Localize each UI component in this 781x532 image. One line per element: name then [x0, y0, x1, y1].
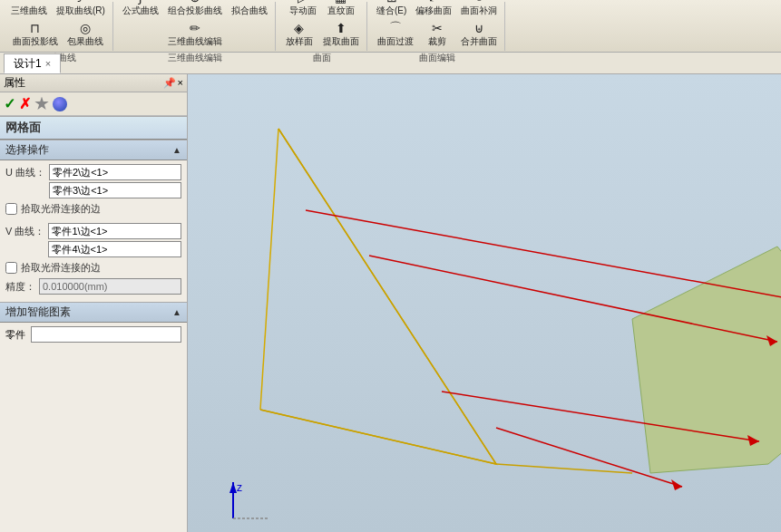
u-smooth-label: 拾取光滑连接的边 — [21, 202, 101, 216]
btn-3d-curve-edit[interactable]: ✏ 三维曲线编辑 — [164, 19, 226, 50]
btn-trim[interactable]: ✂ 裁剪 — [419, 19, 455, 50]
v-curve-label: V 曲线： — [5, 223, 44, 238]
select-chevron: ▲ — [172, 145, 181, 155]
precision-row: 精度： — [5, 278, 181, 295]
toolbar-row-6: ◈ 放样面 ⬆ 提取曲面 — [281, 19, 363, 50]
btn-envelope-curve[interactable]: ◎ 包果曲线 — [63, 19, 107, 50]
v-curve-input-1[interactable] — [48, 223, 181, 239]
envelope-curve-icon: ◎ — [76, 21, 94, 35]
toolbar-group-label-3: 曲面 — [313, 52, 331, 64]
u-curve-label: U 曲线： — [5, 164, 45, 179]
btn-stitch[interactable]: ⊞ 缝合(E) — [373, 0, 410, 19]
btn-guide-surface[interactable]: ▷ 导动面 — [285, 0, 321, 19]
select-operation-label: 选择操作 — [5, 142, 49, 158]
close-icon[interactable]: × — [178, 77, 183, 89]
select-operation-content: U 曲线： 拾取光滑连接的边 V 曲线： — [0, 160, 187, 302]
toolbar-row-7: ⊞ 缝合(E) ⤢ 偏移曲面 ○ 曲面补洞 — [373, 0, 501, 19]
viewport[interactable]: z CAXA 论坛 http://top.caxa.com/ — [188, 74, 781, 532]
tab-close[interactable]: × — [45, 58, 51, 69]
3d-curve-edit-icon: ✏ — [186, 21, 204, 35]
confirm-button[interactable]: ✓ — [4, 95, 15, 112]
toolbar-group-3d-curve-edit: ∫ 公式曲线 ⊕ 组合投影曲线 ≈ 拟合曲线 ✏ 三维曲线编辑 三维曲线编辑 — [115, 2, 276, 51]
u-smooth-checkbox[interactable] — [5, 203, 17, 215]
smart-section-header[interactable]: 增加智能图素 ▲ — [0, 302, 187, 323]
u-curve-input-1[interactable] — [49, 164, 181, 180]
btn-surface-blend[interactable]: ⌒ 曲面过渡 — [374, 19, 417, 50]
u-curve-inputs — [49, 164, 181, 198]
toolbar-row-1: 〰 三维曲线 ⤴ 提取曲线(R) — [7, 0, 109, 19]
btn-extract-surface[interactable]: ⬆ 提取曲面 — [319, 19, 363, 50]
v-smooth-checkbox[interactable] — [5, 262, 17, 274]
viewport-svg: z CAXA 论坛 http://top.caxa.com/ — [188, 74, 781, 532]
surface-blend-icon: ⌒ — [386, 21, 405, 35]
precision-input[interactable] — [39, 278, 181, 295]
btn-fit-curve[interactable]: ≈ 拟合曲线 — [228, 0, 271, 19]
btn-loft-surface[interactable]: ◈ 放样面 — [281, 19, 317, 50]
toolbar-group-label-2: 三维曲线编辑 — [168, 52, 222, 64]
loft-surface-icon: ◈ — [290, 21, 308, 35]
panel-title: 属性 — [4, 75, 25, 91]
cancel-button[interactable]: ✗ — [19, 95, 31, 112]
btn-3d-curve[interactable]: 〰 三维曲线 — [7, 0, 51, 19]
panel-header-icons: 📌 × — [163, 77, 183, 89]
toolbar-group-surface: ▷ 导动面 ▦ 直纹面 ◈ 放样面 ⬆ 提取曲面 曲面 — [278, 2, 367, 51]
trim-icon: ✂ — [428, 21, 446, 35]
btn-surface-fill[interactable]: ○ 曲面补洞 — [457, 0, 501, 19]
btn-combo-project[interactable]: ⊕ 组合投影曲线 — [164, 0, 226, 19]
pin-icon[interactable]: 📌 — [163, 77, 176, 89]
toolbar-row-2: ⊓ 曲面投影线 ◎ 包果曲线 — [9, 19, 107, 50]
part-label: 零件 — [5, 328, 27, 342]
precision-label: 精度： — [5, 280, 35, 294]
left-panel: 属性 📌 × ✓ ✗ 网格面 选择操作 ▲ U 曲线： — [0, 74, 188, 532]
gear-icon[interactable] — [34, 97, 49, 111]
toolbar-row-8: ⌒ 曲面过渡 ✂ 裁剪 ⊎ 合并曲面 — [374, 19, 501, 50]
u-curve-input-2[interactable] — [49, 182, 181, 198]
v-curve-row: V 曲线： — [5, 223, 181, 257]
panel-toolbar: ✓ ✗ — [0, 92, 187, 116]
v-curve-input-2[interactable] — [48, 241, 181, 257]
toolbar-row-4: ✏ 三维曲线编辑 — [164, 19, 226, 50]
btn-extract-curve[interactable]: ⤴ 提取曲线(R) — [53, 0, 109, 19]
u-smooth-row: 拾取光滑连接的边 — [5, 202, 181, 216]
svg-text:z: z — [237, 481, 242, 494]
blue-dot-icon[interactable] — [53, 97, 67, 111]
v-curve-inputs — [48, 223, 181, 257]
panel-header: 属性 📌 × — [0, 74, 187, 92]
main-area: 属性 📌 × ✓ ✗ 网格面 选择操作 ▲ U 曲线： — [0, 74, 781, 532]
v-smooth-row: 拾取光滑连接的边 — [5, 261, 181, 275]
part-input[interactable] — [31, 326, 181, 343]
select-operation-section[interactable]: 选择操作 ▲ — [0, 140, 187, 160]
extract-surface-icon: ⬆ — [332, 21, 350, 35]
toolbar-row-5: ▷ 导动面 ▦ 直纹面 — [285, 0, 359, 19]
smart-section-label: 增加智能图素 — [5, 305, 71, 320]
tab-label: 设计1 — [14, 56, 42, 72]
toolbar-group-surface-edit: ⊞ 缝合(E) ⤢ 偏移曲面 ○ 曲面补洞 ⌒ 曲面过渡 ✂ 裁剪 ⊎ — [369, 2, 505, 51]
surface-project-icon: ⊓ — [26, 21, 44, 35]
smart-section-content: 零件 — [0, 323, 187, 346]
toolbar: 〰 三维曲线 ⤴ 提取曲线(R) ⊓ 曲面投影线 ◎ 包果曲线 三维曲线 ∫ — [0, 0, 781, 53]
btn-surface-project[interactable]: ⊓ 曲面投影线 — [9, 19, 62, 50]
toolbar-row-3: ∫ 公式曲线 ⊕ 组合投影曲线 ≈ 拟合曲线 — [119, 0, 271, 19]
smart-chevron: ▲ — [172, 307, 181, 317]
btn-offset-surface[interactable]: ⤢ 偏移曲面 — [412, 0, 455, 19]
toolbar-group-label-4: 曲面编辑 — [419, 52, 455, 64]
u-curve-row: U 曲线： — [5, 164, 181, 198]
btn-ruled-surface[interactable]: ▦ 直纹面 — [323, 0, 359, 19]
net-surface-label: 网格面 — [0, 116, 187, 140]
toolbar-group-3d-curve: 〰 三维曲线 ⤴ 提取曲线(R) ⊓ 曲面投影线 ◎ 包果曲线 三维曲线 — [4, 2, 113, 51]
v-smooth-label: 拾取光滑连接的边 — [21, 261, 101, 275]
merge-surface-icon: ⊎ — [470, 21, 488, 35]
btn-formula-curve[interactable]: ∫ 公式曲线 — [119, 0, 162, 19]
tab-design1[interactable]: 设计1 × — [4, 53, 61, 73]
btn-merge-surface[interactable]: ⊎ 合并曲面 — [457, 19, 501, 50]
tabbar: 设计1 × — [0, 53, 781, 74]
